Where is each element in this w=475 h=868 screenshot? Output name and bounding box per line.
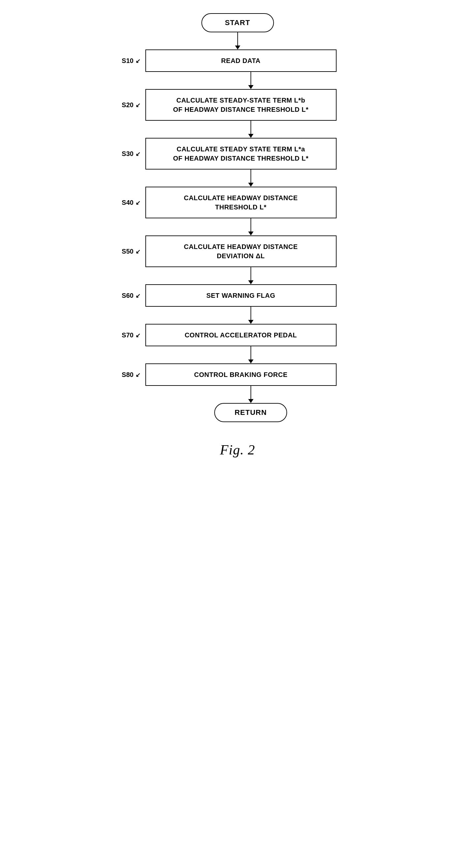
arrow-line (251, 386, 251, 399)
figure-caption: Fig. 2 (220, 442, 255, 458)
step-box-s60: SET WARNING FLAG (146, 284, 337, 307)
diagram-container: START S10 ↙ READ DATA S20 ↙ CALCULATE ST… (89, 13, 386, 458)
return-node: RETURN (214, 403, 287, 422)
step-content-s80: CONTROL BRAKING FORCE (146, 364, 337, 386)
arrow-line (251, 307, 251, 320)
step-row-s50: S50 ↙ CALCULATE HEADWAY DISTANCEDEVIATIO… (119, 236, 356, 267)
step-id-s40: S40 ↙ (119, 199, 146, 207)
arrow-0 (235, 32, 240, 50)
arrow-line (251, 218, 251, 231)
flowchart: START S10 ↙ READ DATA S20 ↙ CALCULATE ST… (89, 13, 386, 422)
step-content-s10: READ DATA (146, 50, 337, 72)
step-id-s50: S50 ↙ (119, 248, 146, 255)
arrow-head (248, 399, 253, 403)
return-label: RETURN (214, 403, 287, 422)
step-box-s10: READ DATA (146, 50, 337, 72)
step-box-s80: CONTROL BRAKING FORCE (146, 364, 337, 386)
arrow-line (251, 72, 251, 85)
arrow-8 (248, 386, 253, 403)
step-row-s10: S10 ↙ READ DATA (119, 50, 356, 72)
arrow-5 (248, 267, 253, 284)
step-row-s70: S70 ↙ CONTROL ACCELERATOR PEDAL (119, 324, 356, 346)
arrow-line (251, 169, 251, 183)
arrow-head (235, 45, 240, 50)
arrow-1 (248, 72, 253, 89)
step-row-s40: S40 ↙ CALCULATE HEADWAY DISTANCETHRESHOL… (119, 187, 356, 218)
arrow-7 (248, 346, 253, 364)
step-box-s40: CALCULATE HEADWAY DISTANCETHRESHOLD L* (146, 187, 337, 218)
arrow-head (248, 134, 253, 138)
step-row-s60: S60 ↙ SET WARNING FLAG (119, 284, 356, 307)
arrow-head (248, 85, 253, 89)
arrow-head (248, 320, 253, 324)
arrow-head (248, 280, 253, 284)
step-id-s60: S60 ↙ (119, 292, 146, 300)
arrow-head (248, 231, 253, 236)
step-content-s40: CALCULATE HEADWAY DISTANCETHRESHOLD L* (146, 187, 337, 218)
step-id-s30: S30 ↙ (119, 150, 146, 158)
step-id-s20: S20 ↙ (119, 101, 146, 109)
arrow-3 (248, 169, 253, 187)
start-label: START (201, 13, 274, 32)
arrow-line (251, 267, 251, 280)
arrow-line (238, 32, 238, 45)
arrow-head (248, 183, 253, 187)
step-box-s30: CALCULATE STEADY STATE TERM L*aOF HEADWA… (146, 138, 337, 169)
step-id-s10: S10 ↙ (119, 57, 146, 65)
arrow-line (251, 346, 251, 360)
step-row-s30: S30 ↙ CALCULATE STEADY STATE TERM L*aOF … (119, 138, 356, 169)
start-node: START (201, 13, 274, 32)
step-content-s30: CALCULATE STEADY STATE TERM L*aOF HEADWA… (146, 138, 337, 169)
step-content-s60: SET WARNING FLAG (146, 284, 337, 307)
arrow-4 (248, 218, 253, 236)
arrow-line (251, 121, 251, 134)
arrow-6 (248, 307, 253, 324)
step-content-s70: CONTROL ACCELERATOR PEDAL (146, 324, 337, 346)
step-row-s80: S80 ↙ CONTROL BRAKING FORCE (119, 364, 356, 386)
arrow-head (248, 360, 253, 364)
step-id-s70: S70 ↙ (119, 332, 146, 339)
step-content-s50: CALCULATE HEADWAY DISTANCEDEVIATION ΔL (146, 236, 337, 267)
step-box-s50: CALCULATE HEADWAY DISTANCEDEVIATION ΔL (146, 236, 337, 267)
step-box-s70: CONTROL ACCELERATOR PEDAL (146, 324, 337, 346)
step-content-s20: CALCULATE STEADY-STATE TERM L*bOF HEADWA… (146, 89, 337, 121)
step-row-s20: S20 ↙ CALCULATE STEADY-STATE TERM L*bOF … (119, 89, 356, 121)
step-id-s80: S80 ↙ (119, 371, 146, 379)
step-box-s20: CALCULATE STEADY-STATE TERM L*bOF HEADWA… (146, 89, 337, 121)
arrow-2 (248, 121, 253, 138)
